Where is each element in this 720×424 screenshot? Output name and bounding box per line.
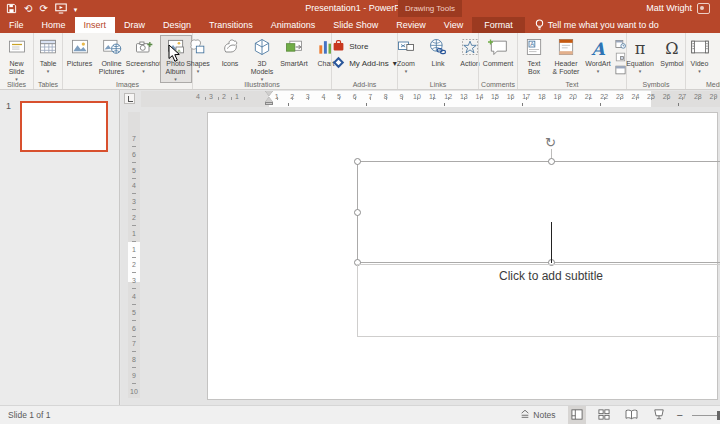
dropdown-arrow-icon: ▾ — [47, 69, 50, 74]
save-button[interactable] — [6, 3, 17, 14]
my-add-ins-button[interactable]: My Add-ins▾ — [332, 56, 397, 71]
table-button[interactable]: Table▾ — [32, 35, 64, 75]
pictures-button[interactable]: Pictures — [64, 35, 96, 69]
ruler-number: 7 — [128, 340, 140, 347]
tab-view[interactable]: View — [435, 17, 472, 33]
tab-transitions[interactable]: Transitions — [200, 17, 262, 33]
button-label: Shapes — [186, 60, 210, 68]
equation-button[interactable]: πEquation▾ — [624, 35, 656, 75]
slide-thumbnail[interactable] — [20, 101, 108, 152]
ruler-tick — [205, 97, 206, 100]
ruler-tick — [132, 320, 136, 321]
smartart-button[interactable]: SmartArt — [278, 35, 310, 69]
button-label: Pictures — [99, 68, 124, 76]
group-label: Add-ins — [332, 81, 397, 88]
view-slideshow-button[interactable] — [650, 406, 668, 424]
tab-design[interactable]: Design — [154, 17, 200, 33]
left-indent-icon[interactable] — [265, 102, 273, 105]
resize-handle-n[interactable] — [548, 158, 555, 165]
ruler-tick — [667, 97, 668, 100]
ruler-tick — [495, 97, 496, 100]
button-label: SmartArt — [280, 60, 308, 68]
view-sorter-button[interactable] — [595, 406, 613, 424]
button-label: WordArt — [585, 60, 611, 68]
ruler-tick — [651, 97, 652, 100]
ruler-tick — [573, 97, 574, 100]
notes-button[interactable]: Notes — [517, 406, 558, 424]
tab-file[interactable]: File — [0, 17, 33, 33]
undo-button[interactable]: ⟲ — [24, 1, 32, 16]
wordart-button[interactable]: AWordArt▾ — [582, 35, 614, 75]
ruler-tab-mark — [444, 103, 445, 106]
customize-qat-button[interactable]: ▾ — [74, 1, 78, 17]
ruler-tick — [511, 97, 512, 100]
button-label: New — [9, 60, 23, 68]
zoom-out-button[interactable]: − — [677, 409, 683, 421]
link-icon — [428, 37, 448, 61]
button-label: Icons — [222, 60, 239, 68]
ribbon-group-symbols: πEquation▾ΩSymbolSymbols — [626, 33, 685, 89]
title-placeholder[interactable]: ↻ — [357, 161, 720, 263]
resize-handle-w[interactable] — [354, 209, 361, 216]
tell-me-box[interactable]: Tell me what you want to do — [525, 17, 659, 33]
video-button[interactable]: Video▾ — [684, 35, 716, 75]
ruler-tick — [277, 97, 278, 100]
group-label: Text — [518, 81, 626, 88]
tab-draw[interactable]: Draw — [115, 17, 154, 33]
view-reading-button[interactable] — [622, 406, 641, 424]
redo-button[interactable]: ⟳ — [39, 1, 47, 16]
ruler-tick — [308, 97, 309, 100]
online-pictures-icon — [102, 37, 122, 61]
rotate-handle-icon[interactable]: ↻ — [545, 136, 558, 149]
text-cursor — [551, 222, 552, 263]
audio-button[interactable]: Audio▾ — [716, 35, 720, 75]
group-label: Media — [686, 81, 720, 88]
view-normal-button[interactable] — [568, 406, 586, 424]
ruler-tab-mark — [600, 103, 601, 106]
new-slide-button[interactable]: NewSlide▾ — [1, 35, 33, 83]
online-pictures-button[interactable]: OnlinePictures — [96, 35, 128, 77]
button-label: Pictures — [67, 60, 92, 68]
dropdown-arrow-icon: ▾ — [142, 69, 145, 74]
hanging-indent-icon[interactable] — [265, 97, 273, 102]
tab-slide-show[interactable]: Slide Show — [324, 17, 387, 33]
ribbon-group-media: Video▾Audio▾Media — [685, 33, 720, 89]
3d-models-button[interactable]: 3DModels▾ — [246, 35, 278, 83]
text-box-button[interactable]: ATextBox — [518, 35, 550, 77]
tab-animations[interactable]: Animations — [262, 17, 325, 33]
zoom-button[interactable]: Zoom▾ — [390, 35, 422, 75]
ruler-tick — [132, 272, 136, 273]
subtitle-placeholder[interactable]: Click to add subtitle — [357, 264, 720, 337]
tab-format[interactable]: Format — [472, 17, 525, 33]
ruler-tick — [589, 97, 590, 100]
icons-button[interactable]: Icons — [214, 35, 246, 69]
tab-stop-selector-icon[interactable] — [124, 93, 135, 104]
slide[interactable]: ↻ Click to add subtitle — [207, 112, 718, 400]
first-line-indent-icon[interactable] — [265, 91, 273, 96]
addins-stack: StoreMy Add-ins▾ — [332, 35, 397, 71]
store-button[interactable]: Store — [332, 39, 397, 54]
shapes-button[interactable]: Shapes▾ — [182, 35, 214, 75]
comment-button[interactable]: Comment — [482, 35, 514, 69]
svg-text:A: A — [530, 41, 534, 47]
screenshot-button[interactable]: Screenshot▾ — [128, 35, 160, 75]
tab-home[interactable]: Home — [33, 17, 75, 33]
shapes-icon — [188, 37, 208, 61]
start-slideshow-button[interactable] — [55, 3, 67, 14]
button-label: Video — [691, 60, 709, 68]
ruler-tick — [132, 257, 136, 258]
indent-markers[interactable] — [265, 91, 274, 107]
ruler-tick — [132, 146, 136, 147]
resize-handle-nw[interactable] — [354, 158, 361, 165]
tab-insert[interactable]: Insert — [75, 17, 116, 33]
button-label: Online — [101, 60, 121, 68]
tab-review[interactable]: Review — [387, 17, 435, 33]
ruler-number: 10 — [128, 387, 140, 394]
zoom-slider[interactable] — [692, 415, 718, 416]
header-footer-button[interactable]: Header& Footer — [550, 35, 582, 77]
ruler-tab-mark — [678, 103, 679, 106]
ruler-number: 2 — [128, 261, 140, 268]
user-badge-icon[interactable] — [697, 3, 710, 14]
ruler-tick — [714, 97, 715, 100]
link-button[interactable]: Link — [422, 35, 454, 69]
